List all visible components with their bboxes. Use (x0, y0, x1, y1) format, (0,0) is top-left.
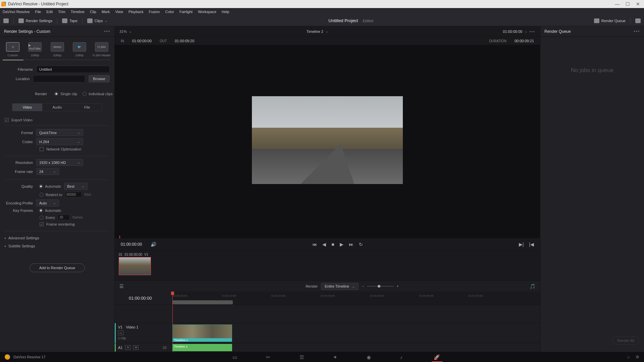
location-input[interactable] (33, 75, 85, 82)
panel-menu-icon[interactable]: ••• (104, 29, 110, 34)
first-frame-button[interactable]: ⏮ (312, 242, 317, 247)
v1-mon-icon[interactable]: ▭ (118, 330, 123, 335)
radio-quality-auto[interactable]: Automatic (39, 184, 61, 188)
preset-youtube[interactable]: ▶ YouTube 1080p (24, 41, 46, 58)
resolution-select[interactable]: 644 x 362 HD (36, 159, 83, 166)
close-button[interactable]: ✕ (636, 1, 640, 7)
radio-quality-restrict[interactable]: Restrict to (40, 193, 62, 197)
preset-twitter[interactable]: 🐦 1080p (69, 41, 90, 58)
encoding-profile-select[interactable]: Auto (36, 199, 59, 206)
format-select[interactable]: QuickTime (36, 129, 83, 136)
v1-clips: 1 Clip (118, 337, 126, 340)
menu-mark[interactable]: Mark (102, 10, 110, 14)
preset-custom[interactable]: ⎚ Custom (2, 41, 23, 58)
maximize-button[interactable]: ☐ (626, 1, 630, 7)
page-edit[interactable]: ☰ (300, 354, 306, 360)
kbps-label: Kb/s (85, 193, 91, 196)
page-deliver[interactable]: 🚀 (434, 354, 440, 360)
loop-button[interactable]: ↻ (359, 242, 363, 247)
radio-kf-every[interactable]: Every (40, 216, 55, 220)
preset-vimeo[interactable]: vimeo 1080p (46, 41, 68, 58)
zoom-out-button[interactable]: − (362, 284, 364, 289)
menu-view[interactable]: View (115, 10, 123, 14)
menu-color[interactable]: Color (165, 10, 174, 14)
page-media[interactable]: ▭ (232, 354, 239, 360)
settings-icon[interactable]: ⚙ (636, 355, 639, 359)
timeline-ruler[interactable]: 01:00:00:00 01:00:10:00 01:00:20:00 01:0… (172, 292, 540, 305)
quality-select[interactable]: Best (64, 183, 88, 190)
menu-workspace[interactable]: Workspace (198, 10, 216, 14)
browse-button[interactable]: Browse (89, 75, 110, 82)
menu-trim[interactable]: Trim (58, 10, 65, 14)
tab-audio[interactable]: Audio (42, 104, 72, 111)
video-clip[interactable]: Timeline 1 (172, 324, 232, 342)
frame-reorder-checkbox[interactable] (40, 222, 44, 226)
zoom-slider[interactable] (367, 286, 394, 287)
zoom-in-button[interactable]: + (396, 284, 399, 289)
framerate-label: Frame rate (5, 170, 36, 174)
render-range-select[interactable]: Entire Timeline (321, 283, 359, 290)
a1-mute-button[interactable]: M (133, 345, 139, 350)
render-all-button[interactable]: Render All (612, 337, 639, 345)
menu-edit[interactable]: Edit (46, 10, 53, 14)
a1-solo-button[interactable]: S (125, 345, 130, 350)
tab-file[interactable]: File (72, 104, 102, 111)
prev-clip-button[interactable]: |◀ (529, 242, 534, 247)
tab-video[interactable]: Video (12, 104, 42, 111)
home-icon[interactable]: ⌂ (627, 355, 630, 359)
page-fairlight[interactable]: ♪ (400, 354, 407, 360)
menu-timeline[interactable]: Timeline (71, 10, 85, 14)
audio-clip[interactable]: Timeline 1 (172, 344, 232, 351)
play-button[interactable]: ▶ (340, 242, 343, 247)
preset-h264[interactable]: H.264 H.264 Master (91, 41, 112, 58)
tape-toggle[interactable]: Tape (62, 18, 77, 23)
restrict-input[interactable] (65, 192, 82, 197)
network-opt-checkbox[interactable] (40, 147, 44, 151)
expand-button[interactable] (3, 18, 9, 23)
menu-davinci[interactable]: DaVinci Resolve (3, 10, 30, 14)
radio-individual-clips[interactable]: Individual clips (83, 92, 113, 96)
viewer-timecode[interactable]: 01:00:00:00 (503, 29, 522, 34)
radio-kf-auto[interactable]: Automatic (39, 208, 61, 213)
menu-help[interactable]: Help (222, 10, 229, 14)
menu-playback[interactable]: Playback (128, 10, 144, 14)
volume-icon[interactable]: 🔊 (151, 242, 156, 247)
advanced-settings-expand[interactable]: ▸Advanced Settings (0, 234, 114, 242)
render-queue-toggle[interactable]: Render Queue (594, 18, 626, 23)
menu-fairlight[interactable]: Fairlight (179, 10, 193, 14)
add-to-render-queue-button[interactable]: Add to Render Queue (30, 263, 85, 272)
filename-input[interactable] (36, 66, 110, 73)
framerate-select[interactable]: 24 (36, 168, 59, 175)
menu-clip[interactable]: Clip (90, 10, 96, 14)
minimize-button[interactable]: — (615, 1, 620, 7)
vimeo-icon: vimeo (51, 42, 64, 52)
stop-button[interactable]: ■ (331, 242, 334, 247)
queue-menu-icon[interactable]: ••• (634, 29, 640, 34)
music-icon[interactable]: 🎵 (530, 284, 535, 289)
every-input[interactable] (58, 215, 70, 220)
viewer-menu-icon[interactable]: ••• (529, 29, 535, 34)
timeline-view-icon[interactable]: ☰ (119, 284, 124, 289)
expand-right-button[interactable] (635, 18, 641, 23)
network-opt-label: Network Optimization (46, 147, 82, 151)
step-back-button[interactable]: ◀ (322, 242, 326, 247)
zoom-select[interactable]: 31%⌄ (119, 29, 132, 34)
codec-select[interactable]: H.264 (36, 138, 83, 145)
duration-value: 00:00:09:21 (515, 39, 534, 43)
clip-thumbnail[interactable]: 01 01:00:00:00 V1 (119, 253, 152, 275)
last-frame-button[interactable]: ⏭ (349, 242, 354, 247)
next-clip-button[interactable]: ▶| (519, 242, 524, 247)
scrubber[interactable] (115, 235, 540, 238)
menu-fusion[interactable]: Fusion (149, 10, 160, 14)
viewer[interactable] (115, 45, 540, 235)
radio-single-clip[interactable]: Single clip (54, 92, 77, 96)
page-fusion[interactable]: ✦ (333, 354, 340, 360)
timeline-name-select[interactable]: Timeline 2⌄ (307, 29, 328, 34)
menu-file[interactable]: File (35, 10, 41, 14)
clips-toggle[interactable]: Clips⌄ (87, 18, 108, 23)
page-cut[interactable]: ✂ (266, 354, 273, 360)
subtitle-settings-expand[interactable]: ▸Subtitle Settings (0, 242, 114, 250)
render-settings-toggle[interactable]: Render Settings (18, 18, 52, 23)
page-color[interactable]: ◉ (367, 354, 373, 360)
export-video-checkbox[interactable] (5, 118, 9, 122)
